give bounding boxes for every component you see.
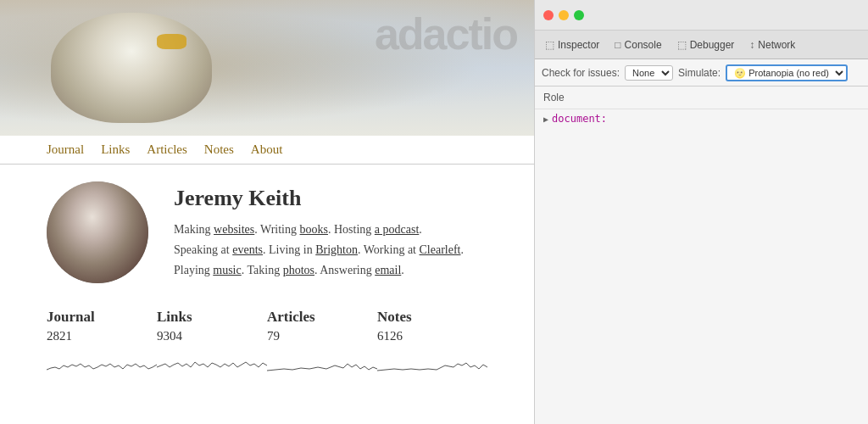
banner-stormtrooper-decoration xyxy=(51,13,212,123)
stat-articles-label: Articles xyxy=(267,309,377,326)
bio-link-events[interactable]: events xyxy=(232,243,263,256)
devtools-toolbar: Check for issues: None Simulate: 🌝 Prota… xyxy=(535,59,868,86)
visor-decoration xyxy=(157,34,186,49)
nav-articles[interactable]: Articles xyxy=(147,142,186,157)
bio-link-email[interactable]: email xyxy=(375,264,401,276)
traffic-light-red[interactable] xyxy=(543,10,554,20)
stat-links-sparkline xyxy=(157,349,267,374)
tab-network-label: Network xyxy=(758,39,795,51)
stat-links: Links 9304 xyxy=(157,309,267,377)
stat-notes-sparkline xyxy=(377,349,487,374)
tree-arrow-icon: ▶ xyxy=(543,114,548,124)
banner: adactio xyxy=(0,0,534,136)
stat-journal-label: Journal xyxy=(47,309,157,326)
stat-notes-count: 6126 xyxy=(377,329,487,343)
bio-link-photos[interactable]: photos xyxy=(283,264,314,276)
tab-debugger-label: Debugger xyxy=(690,39,735,51)
main-nav: Journal Links Articles Notes About xyxy=(0,136,534,165)
tab-console[interactable]: □ Console xyxy=(608,36,668,54)
bio-link-music[interactable]: music xyxy=(213,264,241,276)
devtools-tabs: ⬚ Inspector □ Console ⬚ Debugger ↕ Netwo… xyxy=(535,31,868,59)
check-for-issues-label: Check for issues: xyxy=(542,67,620,79)
bio-link-books[interactable]: books xyxy=(300,223,328,236)
website-area: adactio Journal Links Articles Notes Abo… xyxy=(0,0,534,424)
traffic-light-yellow[interactable] xyxy=(559,10,569,20)
stat-journal-count: 2821 xyxy=(47,329,157,343)
stat-notes-label: Notes xyxy=(377,309,487,326)
check-for-issues-select[interactable]: None xyxy=(625,65,673,81)
devtools-panel: ⬚ Inspector □ Console ⬚ Debugger ↕ Netwo… xyxy=(534,0,868,424)
tab-inspector-label: Inspector xyxy=(558,39,599,51)
simulate-select[interactable]: 🌝 Protanopia (no red) xyxy=(726,64,848,81)
bio-link-clearleft[interactable]: Clearleft xyxy=(420,243,461,256)
stat-journal-sparkline xyxy=(47,349,157,374)
nav-notes[interactable]: Notes xyxy=(204,142,234,157)
debugger-icon: ⬚ xyxy=(677,39,687,51)
tree-document-item[interactable]: ▶ document: xyxy=(535,109,868,128)
avatar xyxy=(47,181,148,283)
nav-journal[interactable]: Journal xyxy=(47,142,84,157)
bio-link-websites[interactable]: websites xyxy=(214,223,254,236)
bio-link-podcast[interactable]: a podcast xyxy=(375,223,419,236)
traffic-light-green[interactable] xyxy=(574,10,584,20)
profile-text: Jeremy Keith Making websites. Writing bo… xyxy=(174,181,464,280)
stats-section: Journal 2821 Links 9304 Articles 79 Note… xyxy=(0,300,534,386)
tab-debugger[interactable]: ⬚ Debugger xyxy=(670,36,742,54)
role-section-label: Role xyxy=(535,86,868,109)
stat-articles: Articles 79 xyxy=(267,309,377,377)
profile-bio: Making websites. Writing books. Hosting … xyxy=(174,220,464,280)
stat-links-count: 9304 xyxy=(157,329,267,343)
stat-links-label: Links xyxy=(157,309,267,326)
profile-section: Jeremy Keith Making websites. Writing bo… xyxy=(0,165,534,300)
stat-articles-count: 79 xyxy=(267,329,377,343)
nav-about[interactable]: About xyxy=(251,142,283,157)
tab-inspector[interactable]: ⬚ Inspector xyxy=(538,36,606,54)
console-icon: □ xyxy=(615,39,620,51)
stat-notes: Notes 6126 xyxy=(377,309,487,377)
network-icon: ↕ xyxy=(749,39,754,51)
tree-document-label: document: xyxy=(552,113,607,125)
stat-articles-sparkline xyxy=(267,349,377,374)
tab-network[interactable]: ↕ Network xyxy=(743,36,802,54)
bio-link-brighton[interactable]: Brighton xyxy=(315,243,358,256)
stat-journal: Journal 2821 xyxy=(47,309,157,377)
inspector-icon: ⬚ xyxy=(545,39,554,51)
tab-console-label: Console xyxy=(625,39,662,51)
devtools-titlebar xyxy=(535,0,868,31)
avatar-image xyxy=(47,181,148,283)
nav-links[interactable]: Links xyxy=(101,142,130,157)
profile-name: Jeremy Keith xyxy=(174,186,464,211)
site-title: adactio xyxy=(375,8,517,59)
simulate-label: Simulate: xyxy=(678,67,721,79)
